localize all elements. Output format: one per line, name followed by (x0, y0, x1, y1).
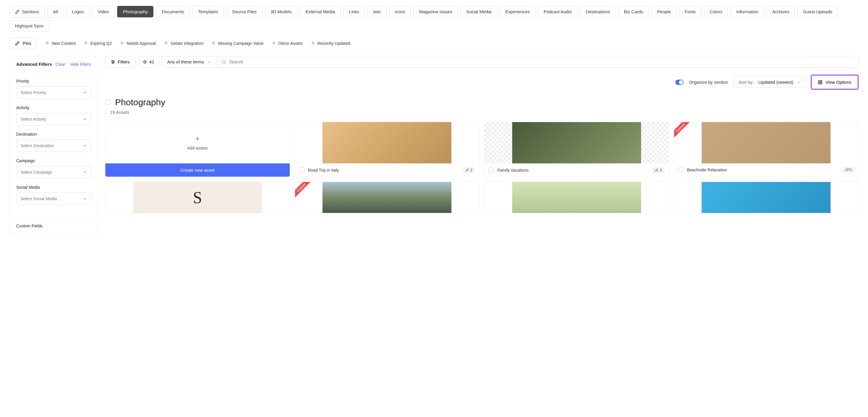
create-new-asset-button[interactable]: Create new asset (105, 163, 290, 177)
filter-group-campaign: CampaignSelect Campaign (16, 158, 91, 179)
filter-select-social-media[interactable]: Select Social Media (16, 193, 91, 205)
tag-biz-cards[interactable]: Biz Cards (618, 6, 649, 18)
tag-templates[interactable]: Templates (192, 6, 224, 18)
svg-rect-16 (820, 81, 822, 82)
tag-highspot-sync[interactable]: Highspot Sync (9, 20, 49, 32)
tag-icons[interactable]: Icons (389, 6, 411, 18)
pin-link-missing-campaign-value[interactable]: Missing Campaign Value (212, 41, 264, 46)
pencil-icon (15, 41, 20, 46)
tag-fonts[interactable]: Fonts (679, 6, 702, 18)
sidebar-title: Advanced Filters (16, 62, 52, 67)
tag-social-media[interactable]: Social Media (461, 6, 497, 18)
plus-icon: + (196, 135, 199, 143)
filter-select-campaign[interactable]: Select Campaign (16, 166, 91, 179)
add-asset-card: + Add assets Create new asset (105, 122, 290, 177)
pin-link-expiring-q2[interactable]: Expiring Q2 (84, 41, 112, 46)
asset-checkbox[interactable] (678, 167, 684, 172)
pin-link-new-content[interactable]: New Content (45, 41, 75, 46)
chevron-down-icon (208, 60, 211, 64)
organize-label: Organize by section (689, 79, 728, 85)
paperclip-icon (655, 168, 658, 172)
tag-3d-models[interactable]: 3D Models (265, 6, 298, 18)
tag-archives[interactable]: Archives (767, 6, 795, 18)
chevron-down-icon (83, 197, 87, 201)
sections-button[interactable]: Sections (9, 6, 45, 18)
tag-guest-uploads[interactable]: Guest Uploads (798, 6, 838, 18)
tag-source-files[interactable]: Source Files (226, 6, 262, 18)
tag-people[interactable]: People (651, 6, 677, 18)
tag-documents[interactable]: Documents (156, 6, 190, 18)
tag-external-media[interactable]: External Media (300, 6, 341, 18)
tag-links[interactable]: Links (343, 6, 365, 18)
chevron-down-icon (797, 81, 800, 84)
filter-label: Activity (16, 105, 91, 110)
clear-filters-link[interactable]: Clear (56, 62, 65, 67)
tag-video[interactable]: Video (92, 6, 115, 18)
pin-icon (120, 41, 124, 45)
search-input[interactable] (229, 59, 854, 64)
asset-card[interactable] (674, 182, 859, 213)
pins-button[interactable]: Pins (9, 37, 37, 49)
pin-icon (45, 41, 49, 45)
sidebar-body: PrioritySelect PriorityActivitySelect Ac… (10, 72, 98, 218)
custom-fields-heading: Custom Fields (10, 218, 98, 233)
pins-row: Pins New ContentExpiring Q2Needs Approva… (9, 37, 859, 49)
asset-grid: + Add assets Create new asset Road Trip … (105, 122, 859, 213)
asset-thumbnail: Expired (295, 182, 479, 213)
term-mode-value: Any of these terms (167, 59, 204, 64)
filter-select-priority[interactable]: Select Priority (16, 87, 91, 99)
filter-select-activity[interactable]: Select Activity (16, 113, 91, 125)
sliders-icon (111, 60, 115, 64)
tag-information[interactable]: Information (731, 6, 764, 18)
filters-button[interactable]: Filters (105, 56, 135, 67)
tag-podcast-audio[interactable]: Podcast Audio (538, 6, 578, 18)
tag-destinations[interactable]: Destinations (580, 6, 616, 18)
pin-link-demo-assets[interactable]: Demo Assets (272, 41, 302, 46)
pin-link-gelato-integration[interactable]: Gelato Integration (164, 41, 203, 46)
divider (105, 110, 106, 115)
expired-ribbon: Expired (295, 182, 313, 200)
format-badge: JPG (843, 167, 854, 173)
view-options-button[interactable]: View Options (813, 77, 857, 88)
asset-checkbox[interactable] (299, 167, 305, 173)
asset-checkbox[interactable] (489, 167, 494, 173)
asset-card[interactable]: ExpiredBeachside RelaxationJPG (674, 122, 859, 177)
pin-count-button[interactable]: 41 (138, 56, 159, 67)
sort-select[interactable]: Sort by: Updated (newest) (734, 77, 805, 88)
organize-toggle[interactable] (675, 79, 684, 85)
asset-footer: Family Vacations3 (485, 163, 669, 177)
tag-ads[interactable]: Ads (368, 6, 386, 18)
tag-all[interactable]: All (48, 6, 64, 18)
asset-thumbnail (485, 122, 669, 163)
sections-label: Sections (22, 9, 39, 14)
tag-experiences[interactable]: Experiences (500, 6, 535, 18)
svg-point-11 (113, 61, 114, 62)
asset-card[interactable] (484, 182, 669, 213)
hide-filters-link[interactable]: Hide Filters (70, 62, 91, 67)
pin-link-recently-updated[interactable]: Recently Updated (311, 41, 350, 46)
search-wrapper (217, 56, 859, 67)
term-mode-select[interactable]: Any of these terms (162, 56, 217, 67)
section-checkbox[interactable] (105, 100, 110, 105)
pin-icon (143, 60, 147, 64)
tag-logos[interactable]: Logos (66, 6, 89, 18)
tag-photography[interactable]: Photography (117, 6, 153, 18)
pin-icon (164, 41, 168, 45)
search-icon (222, 60, 226, 64)
asset-card[interactable]: S (105, 182, 290, 213)
asset-card[interactable]: Family Vacations3 (484, 122, 669, 177)
pin-link-needs-approval[interactable]: Needs Approval (120, 41, 156, 46)
add-assets-area[interactable]: + Add assets (105, 122, 290, 163)
asset-title: Road Trip in Italy (308, 168, 339, 172)
filter-label: Campaign (16, 158, 91, 163)
asset-card[interactable]: Expired (295, 182, 480, 213)
pin-icon (84, 41, 88, 45)
tag-colors[interactable]: Colors (704, 6, 728, 18)
asset-card[interactable]: Road Trip in Italy2 (295, 122, 480, 177)
filter-select-destination[interactable]: Select Destination (16, 139, 91, 152)
asset-thumbnail (485, 182, 669, 213)
pin-icon (272, 41, 276, 45)
content-area: Filters 41 Any of these terms (105, 56, 859, 234)
tag-magazine-issues[interactable]: Magazine Issues (413, 6, 458, 18)
filter-label: Destination (16, 132, 91, 136)
